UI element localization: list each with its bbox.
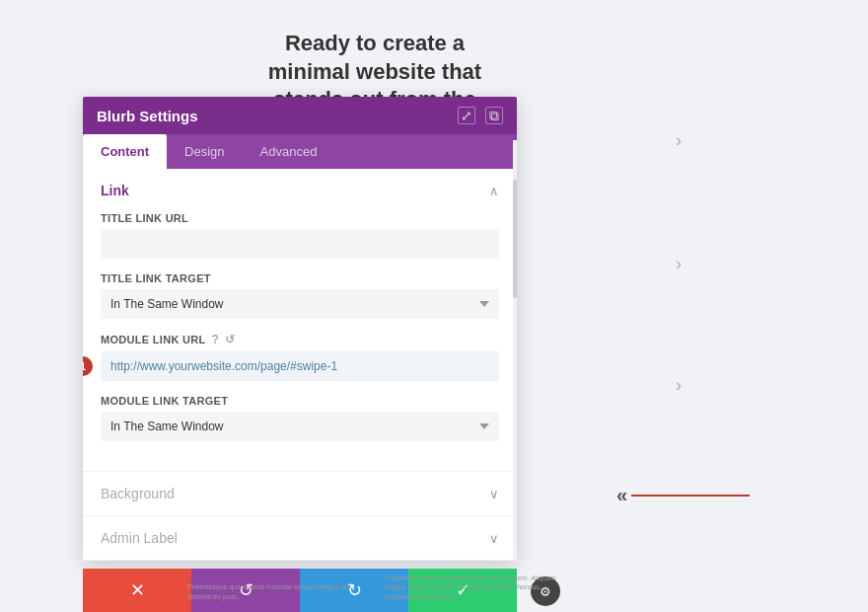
bottom-text-right: A sapien id neque volutpat facilisi quis… [385, 574, 562, 602]
double-chevron-area: « [616, 484, 750, 506]
link-section-header[interactable]: Link ∧ [83, 169, 517, 212]
link-section-chevron: ∧ [489, 184, 499, 198]
module-link-row: 1 [101, 351, 499, 381]
link-section: Link ∧ Title Link URL Title Link Target … [83, 169, 517, 472]
background-section-chevron: ∨ [489, 487, 499, 501]
title-link-url-input[interactable] [101, 229, 499, 259]
background-section: Background ∨ [83, 472, 517, 516]
copy-icon[interactable]: ⧉ [485, 107, 503, 124]
panel-title: Blurb Settings [97, 108, 198, 124]
tab-advanced[interactable]: Advanced [243, 134, 335, 169]
title-link-target-label: Title Link Target [101, 272, 499, 284]
help-icon[interactable]: ? [212, 333, 220, 346]
admin-label-section: Admin Label ∨ [83, 516, 517, 561]
fullscreen-icon[interactable]: ⤢ [458, 107, 475, 124]
module-link-target-label: Module Link Target [101, 395, 499, 407]
module-link-url-label: Module Link URL ? ↺ [101, 333, 499, 346]
double-chevron-icon[interactable]: « [616, 484, 627, 506]
chevron-right-2[interactable]: › [667, 252, 690, 275]
module-link-target-select[interactable]: In The Same Window In A New Tab [101, 412, 499, 441]
link-section-content: Title Link URL Title Link Target In The … [83, 212, 517, 471]
title-link-url-group: Title Link URL [101, 212, 499, 259]
module-link-target-group: Module Link Target In The Same Window In… [101, 395, 499, 441]
reset-icon[interactable]: ↺ [225, 333, 235, 346]
link-section-title: Link [101, 183, 129, 198]
module-link-url-input[interactable] [101, 351, 499, 381]
title-link-target-group: Title Link Target In The Same Window In … [101, 272, 499, 319]
cancel-button[interactable]: ✕ [83, 569, 191, 612]
panel-header-icons: ⤢ ⧉ [458, 107, 503, 124]
title-link-url-label: Title Link URL [101, 212, 499, 224]
chevron-right-1[interactable]: › [667, 128, 690, 152]
scroll-thumb[interactable] [513, 180, 517, 298]
admin-label-section-chevron: ∨ [489, 531, 499, 546]
tab-content[interactable]: Content [83, 134, 167, 169]
module-link-url-group: Module Link URL ? ↺ 1 [101, 333, 499, 381]
badge-1: 1 [83, 356, 93, 376]
tab-design[interactable]: Design [167, 134, 242, 169]
admin-label-section-title: Admin Label [101, 530, 178, 546]
background-section-header[interactable]: Background ∨ [83, 472, 517, 515]
chevron-right-3[interactable]: › [667, 373, 690, 397]
admin-label-section-header[interactable]: Admin Label ∨ [83, 516, 517, 560]
panel-header: Blurb Settings ⤢ ⧉ [83, 97, 517, 134]
blurb-settings-panel: Blurb Settings ⤢ ⧉ Content Design Advanc… [83, 97, 517, 561]
scroll-track [513, 140, 517, 561]
arrow-line [631, 495, 750, 497]
title-link-target-select[interactable]: In The Same Window In A New Tab [101, 289, 499, 319]
background-section-title: Background [101, 486, 175, 501]
bottom-text-left: Pellentesque quis massa molestie semper … [187, 582, 365, 602]
tabs-bar: Content Design Advanced [83, 134, 517, 169]
panel-body: Link ∧ Title Link URL Title Link Target … [83, 169, 517, 561]
